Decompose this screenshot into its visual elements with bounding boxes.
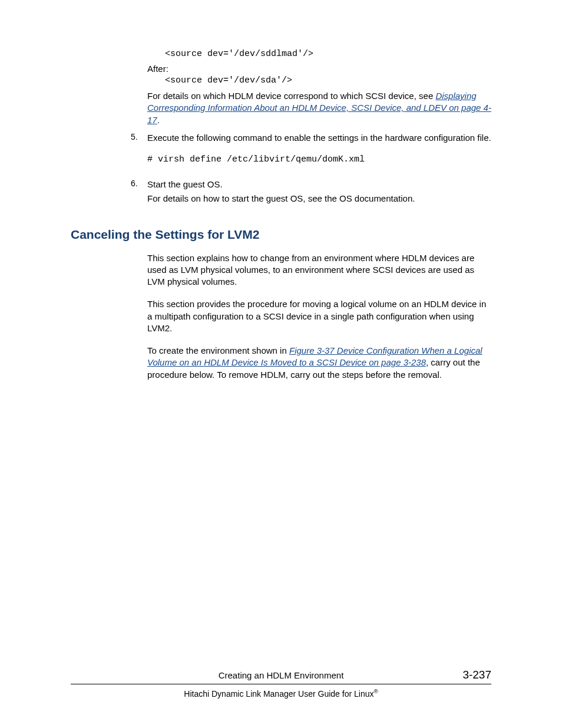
step-6-detail: For details on how to start the guest OS…	[147, 193, 491, 205]
detail-text: For details on which HDLM device corresp…	[147, 90, 491, 126]
footer-rule	[71, 684, 491, 684]
footer-doc-title: Hitachi Dynamic Link Manager User Guide …	[71, 688, 491, 699]
content-area: <source dev='/dev/sddlmad'/> After: <sou…	[147, 49, 491, 207]
step-5-number: 5.	[131, 132, 147, 173]
detail-intro: For details on which HDLM device corresp…	[147, 91, 435, 101]
page-footer: Creating an HDLM Environment 3-237 Hitac…	[71, 668, 491, 699]
code-after: <source dev='/dev/sda'/>	[165, 75, 491, 85]
para-3-a: To create the environment shown in	[147, 345, 289, 355]
footer-line-1: Creating an HDLM Environment 3-237	[71, 668, 491, 681]
page: <source dev='/dev/sddlmad'/> After: <sou…	[0, 0, 562, 728]
step-5-command: # virsh define /etc/libvirt/qemu/domK.xm…	[147, 154, 491, 164]
section-body: This section explains how to change from…	[147, 252, 491, 381]
step-5-body: Execute the following command to enable …	[147, 132, 491, 173]
footer-chapter-title: Creating an HDLM Environment	[118, 670, 444, 680]
heading-canceling-lvm2: Canceling the Settings for LVM2	[71, 228, 491, 242]
para-3: To create the environment shown in Figur…	[147, 345, 491, 381]
period: .	[157, 115, 160, 125]
step-6-body: Start the guest OS. For details on how t…	[147, 179, 491, 207]
step-5-text: Execute the following command to enable …	[147, 132, 491, 144]
para-2: This section provides the procedure for …	[147, 298, 491, 334]
registered-mark: ®	[373, 688, 378, 694]
step-5: 5. Execute the following command to enab…	[147, 132, 491, 173]
label-after: After:	[147, 64, 491, 74]
footer-doc-text: Hitachi Dynamic Link Manager User Guide …	[184, 689, 373, 699]
step-6-text: Start the guest OS.	[147, 179, 491, 190]
step-6: 6. Start the guest OS. For details on ho…	[147, 179, 491, 207]
step-6-number: 6.	[131, 179, 147, 207]
para-1: This section explains how to change from…	[147, 252, 491, 288]
code-before: <source dev='/dev/sddlmad'/>	[165, 49, 491, 59]
footer-page-number: 3-237	[444, 668, 491, 681]
